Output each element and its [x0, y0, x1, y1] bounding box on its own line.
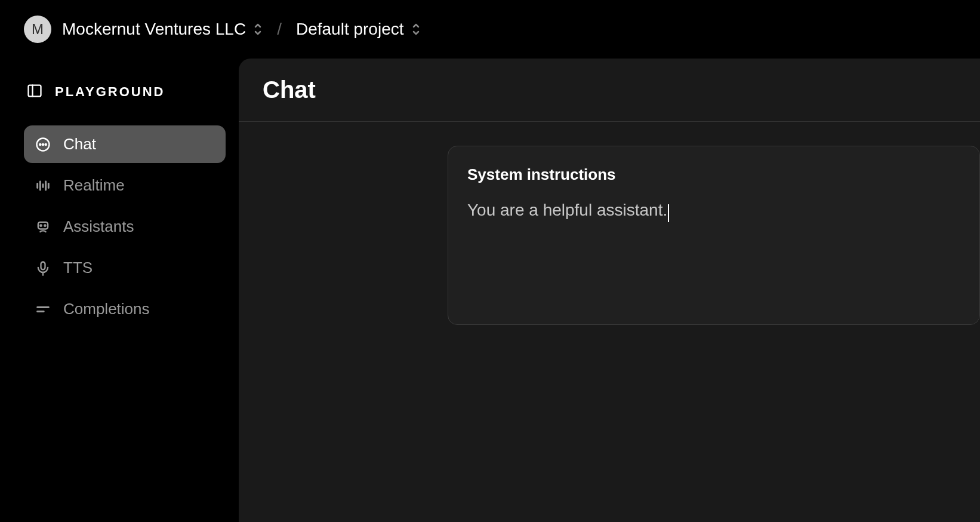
- sidebar-item-label: Completions: [63, 300, 150, 318]
- page-title: Chat: [263, 76, 956, 103]
- sidebar-item-completions[interactable]: Completions: [24, 290, 226, 328]
- sidebar-item-chat[interactable]: Chat: [24, 125, 226, 163]
- svg-point-4: [42, 143, 44, 145]
- system-instructions-label: System instructions: [467, 165, 960, 184]
- header-bar: M Mockernut Ventures LLC / Default proje…: [0, 0, 980, 59]
- svg-point-3: [39, 143, 41, 145]
- main-content: System instructions You are a helpful as…: [239, 122, 980, 522]
- layout: PLAYGROUND Chat: [0, 59, 980, 522]
- panel-icon[interactable]: [26, 82, 43, 102]
- lines-icon: [35, 301, 51, 318]
- svg-point-12: [40, 225, 41, 226]
- main-header: Chat: [239, 59, 980, 122]
- sidebar-item-realtime[interactable]: Realtime: [24, 167, 226, 204]
- robot-icon: [35, 219, 51, 235]
- sidebar-item-label: Assistants: [63, 217, 134, 236]
- system-instructions-input-wrapper[interactable]: You are a helpful assistant.: [467, 198, 669, 222]
- waveform-icon: [35, 177, 51, 194]
- organization-name: Mockernut Ventures LLC: [62, 20, 246, 39]
- chat-icon: [35, 136, 51, 153]
- chevron-updown-icon: [253, 23, 263, 36]
- sidebar: PLAYGROUND Chat: [0, 59, 239, 522]
- project-name: Default project: [296, 20, 404, 39]
- svg-rect-0: [29, 85, 41, 97]
- main-panel: Chat System instructions You are a helpf…: [239, 59, 980, 522]
- project-selector[interactable]: Default project: [296, 20, 421, 39]
- sidebar-item-label: TTS: [63, 259, 93, 277]
- sidebar-item-assistants[interactable]: Assistants: [24, 208, 226, 245]
- sidebar-item-tts[interactable]: TTS: [24, 249, 226, 287]
- svg-point-13: [44, 225, 45, 226]
- svg-point-5: [45, 143, 47, 145]
- text-cursor: [668, 204, 669, 222]
- sidebar-item-label: Realtime: [63, 176, 125, 195]
- sidebar-header: PLAYGROUND: [24, 82, 226, 102]
- sidebar-items: Chat Realtime: [24, 125, 226, 328]
- sidebar-title: PLAYGROUND: [55, 84, 165, 100]
- avatar-initial: M: [32, 21, 44, 38]
- microphone-icon: [35, 260, 51, 277]
- system-instructions-input[interactable]: You are a helpful assistant.: [467, 201, 667, 219]
- breadcrumb-separator: /: [277, 20, 282, 39]
- org-avatar[interactable]: M: [24, 16, 51, 43]
- sidebar-item-label: Chat: [63, 135, 96, 153]
- system-instructions-card: System instructions You are a helpful as…: [448, 146, 980, 325]
- organization-selector[interactable]: Mockernut Ventures LLC: [62, 20, 263, 39]
- chevron-updown-icon: [411, 23, 421, 36]
- svg-rect-14: [41, 262, 45, 269]
